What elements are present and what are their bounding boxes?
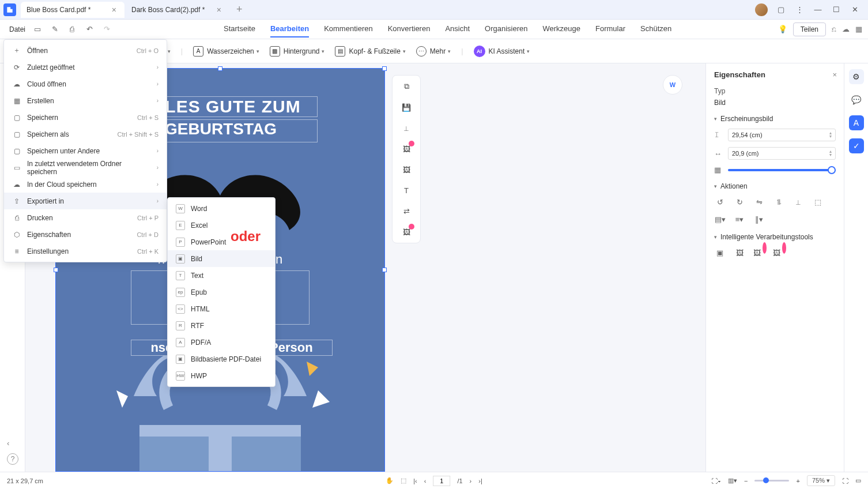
- adjustments-icon[interactable]: ⚙: [849, 69, 864, 84]
- replace-image-icon[interactable]: ⇄: [400, 205, 413, 217]
- share-tree-icon[interactable]: ⎌: [832, 25, 836, 33]
- tab-active[interactable]: Blue Boss Card.pdf * ×: [21, 2, 124, 18]
- hand-tool-icon[interactable]: ✋: [386, 477, 394, 484]
- redo-icon[interactable]: ↷: [101, 24, 112, 35]
- chat-ai-icon[interactable]: 💬: [849, 92, 864, 107]
- flip-horizontal-icon[interactable]: ⇋: [753, 196, 765, 208]
- menu-item-cloud-ffnen[interactable]: ☁Cloud öffnen›: [4, 76, 167, 92]
- share-button[interactable]: Teilen: [793, 22, 826, 36]
- image-enhance-icon[interactable]: 🖼: [400, 142, 413, 155]
- nav-organisieren[interactable]: Organisieren: [485, 21, 527, 37]
- section-smart-tools[interactable]: Intelligente Verarbeitungstools: [714, 233, 836, 241]
- extract-icon[interactable]: ⬚: [812, 196, 824, 208]
- open-icon[interactable]: ▭: [32, 24, 43, 35]
- menu-item-speichern-als[interactable]: ▢Speichern alsCtrl + Shift + S: [4, 126, 167, 142]
- ocr-tool-icon[interactable]: ▣: [714, 247, 726, 258]
- minimize-icon[interactable]: —: [813, 5, 823, 15]
- opacity-slider[interactable]: [728, 169, 836, 171]
- prev-page-icon[interactable]: ‹: [424, 477, 427, 484]
- view-layout-icon[interactable]: ▥▾: [728, 477, 737, 484]
- rotate-ccw-icon[interactable]: ↺: [714, 196, 726, 208]
- add-tab-button[interactable]: +: [231, 3, 248, 16]
- cloud-upload-icon[interactable]: ☁: [842, 25, 850, 33]
- picture-icon[interactable]: 🖼: [400, 163, 413, 176]
- duplicate-icon[interactable]: ⧉: [400, 80, 413, 93]
- nav-bearbeiten[interactable]: Bearbeiten: [270, 21, 309, 37]
- nav-werkzeuge[interactable]: Werkzeuge: [542, 21, 580, 37]
- nav-ansicht[interactable]: Ansicht: [445, 21, 470, 37]
- export-item-bildbasierte-pdf-datei[interactable]: ▣Bildbasierte PDF-Datei: [168, 351, 275, 367]
- save-disk-icon[interactable]: 💾: [400, 101, 413, 114]
- translate-icon[interactable]: A: [849, 115, 864, 130]
- lightbulb-icon[interactable]: 💡: [778, 25, 787, 33]
- width-input[interactable]: 20,9 (cm)▴▾: [728, 147, 836, 160]
- last-page-icon[interactable]: ›|: [478, 477, 482, 484]
- feedback-icon[interactable]: ▢: [776, 5, 786, 15]
- resize-handle[interactable]: [382, 268, 387, 272]
- menu-item-speichern[interactable]: ▢SpeichernCtrl + S: [4, 109, 167, 126]
- crop-action-icon[interactable]: ⟂: [792, 196, 804, 208]
- menu-item-in-zuletzt-verwendetem-ordner-speichern[interactable]: ▭In zuletzt verwendetem Ordner speichern…: [4, 159, 167, 176]
- close-icon[interactable]: ×: [832, 70, 837, 79]
- nav-kommentieren[interactable]: Kommentieren: [324, 21, 373, 37]
- flip-vertical-icon[interactable]: ⥮: [773, 196, 784, 208]
- align-left-icon[interactable]: ▤▾: [714, 213, 726, 225]
- nav-schuetzen[interactable]: Schützen: [640, 21, 671, 37]
- close-icon[interactable]: ×: [110, 5, 119, 14]
- resize-handle[interactable]: [218, 66, 222, 71]
- menu-item-zuletzt-ge-ffnet[interactable]: ⟳Zuletzt geöffnet›: [4, 59, 167, 76]
- zoom-out-icon[interactable]: −: [744, 477, 748, 484]
- nav-konvertieren[interactable]: Konvertieren: [388, 21, 431, 37]
- fit-page-icon[interactable]: ⛶▾: [711, 477, 721, 484]
- help-icon[interactable]: ?: [7, 453, 18, 465]
- menu-item-eigenschaften[interactable]: ⬡EigenschaftenCtrl + D: [4, 226, 167, 243]
- menu-item-einstellungen[interactable]: ≡EinstellungenCtrl + K: [4, 243, 167, 259]
- nav-startseite[interactable]: Startseite: [224, 21, 255, 37]
- undo-icon[interactable]: ↶: [84, 24, 95, 35]
- enhance-tool-icon[interactable]: 🖼: [753, 247, 765, 258]
- tool-watermark[interactable]: AWasserzeichen▾: [193, 46, 259, 57]
- export-item-bild[interactable]: ▣Bild: [168, 250, 275, 267]
- close-icon[interactable]: ×: [214, 5, 224, 14]
- menu-item-erstellen[interactable]: ▦Erstellen›: [4, 92, 167, 109]
- menu-item-exportiert-in[interactable]: ⇪Exportiert in›: [4, 193, 167, 209]
- read-mode-icon[interactable]: ▭: [855, 477, 861, 484]
- file-menu-button[interactable]: Datei: [6, 23, 29, 36]
- maximize-icon[interactable]: ☐: [831, 5, 841, 15]
- check-icon[interactable]: ✓: [849, 138, 864, 153]
- nav-formular[interactable]: Formular: [595, 21, 625, 37]
- section-actions[interactable]: Aktionen: [714, 182, 836, 190]
- save-icon[interactable]: ✎: [50, 24, 60, 35]
- fullscreen-icon[interactable]: ⛶: [842, 477, 848, 484]
- ocr-text-icon[interactable]: T: [400, 184, 413, 197]
- select-tool-icon[interactable]: ⬚: [401, 477, 406, 484]
- export-item-hwp[interactable]: HWHWP: [168, 367, 275, 384]
- image-tool-icon[interactable]: 🖼: [734, 247, 745, 258]
- height-input[interactable]: 29,54 (cm)▴▾: [728, 129, 836, 141]
- resize-handle[interactable]: [382, 66, 387, 71]
- export-item-rtf[interactable]: RRTF: [168, 317, 275, 334]
- section-appearance[interactable]: Erscheinungsbild: [714, 115, 836, 123]
- zoom-slider[interactable]: [754, 480, 789, 482]
- tool-header-footer[interactable]: ▤Kopf- & Fußzeile▾: [335, 46, 405, 57]
- menu-item--ffnen[interactable]: ＋ÖffnenCtrl + O: [4, 42, 167, 59]
- export-item-text[interactable]: TText: [168, 267, 275, 284]
- tool-more[interactable]: ⋯Mehr▾: [416, 46, 451, 57]
- tool-ai-assistant[interactable]: AIKI Assistent▾: [474, 46, 530, 57]
- ai-image-icon[interactable]: 🖼: [400, 225, 413, 238]
- kebab-menu-icon[interactable]: ⋮: [794, 5, 805, 15]
- collapse-panel-icon[interactable]: ‹: [7, 439, 9, 447]
- avatar[interactable]: [755, 3, 768, 16]
- distribute-icon[interactable]: ‖▾: [753, 213, 765, 225]
- print-icon[interactable]: ⎙: [67, 24, 77, 35]
- tool-background[interactable]: ▩Hintergrund▾: [270, 46, 325, 57]
- crop-icon[interactable]: ⟂: [400, 122, 413, 134]
- export-item-epub[interactable]: epEpub: [168, 284, 275, 300]
- rotate-cw-icon[interactable]: ↻: [734, 196, 745, 208]
- export-item-pdf-a[interactable]: APDF/A: [168, 334, 275, 351]
- next-page-icon[interactable]: ›: [470, 477, 472, 484]
- menu-item-speichern-unter-andere[interactable]: ▢Speichern unter Andere›: [4, 142, 167, 159]
- layout-icon[interactable]: ▦: [855, 25, 862, 33]
- resize-handle[interactable]: [54, 268, 58, 272]
- first-page-icon[interactable]: |‹: [413, 477, 417, 484]
